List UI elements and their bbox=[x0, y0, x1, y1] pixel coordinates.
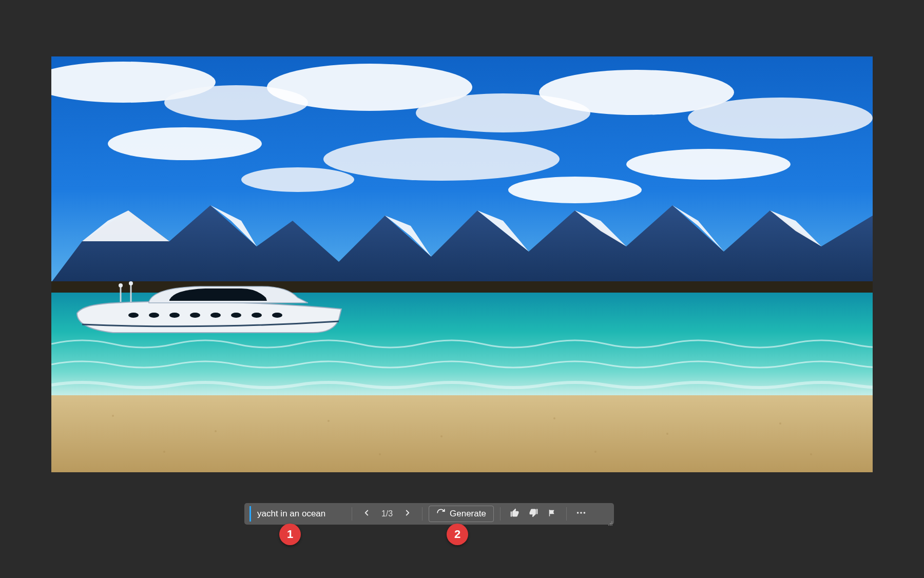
annotation-badge-2: 2 bbox=[447, 524, 468, 545]
prompt-field-wrap bbox=[249, 506, 345, 522]
svg-point-25 bbox=[810, 453, 812, 455]
chevron-right-icon bbox=[403, 508, 412, 520]
svg-point-44 bbox=[610, 523, 611, 524]
svg-point-19 bbox=[553, 417, 555, 419]
generate-button-label: Generate bbox=[450, 509, 486, 519]
chevron-left-icon bbox=[362, 508, 371, 520]
svg-point-27 bbox=[149, 313, 159, 318]
svg-point-29 bbox=[190, 313, 200, 318]
svg-point-20 bbox=[666, 433, 668, 435]
svg-point-46 bbox=[608, 525, 609, 526]
toolbar-resize-handle[interactable] bbox=[608, 518, 613, 524]
svg-point-45 bbox=[610, 525, 611, 526]
svg-point-41 bbox=[611, 522, 612, 523]
flag-icon bbox=[547, 508, 556, 520]
svg-point-38 bbox=[577, 512, 579, 514]
more-options-button[interactable] bbox=[573, 506, 589, 522]
svg-point-15 bbox=[112, 415, 114, 417]
svg-point-31 bbox=[231, 313, 241, 318]
prev-variation-button[interactable] bbox=[358, 506, 375, 522]
thumbs-up-button[interactable] bbox=[507, 506, 523, 522]
svg-point-21 bbox=[779, 422, 781, 425]
svg-point-9 bbox=[626, 149, 791, 180]
svg-point-8 bbox=[323, 138, 560, 181]
separator bbox=[566, 507, 567, 521]
annotation-badge-1: 1 bbox=[279, 524, 301, 545]
svg-point-39 bbox=[580, 512, 582, 514]
prompt-input[interactable] bbox=[256, 508, 345, 519]
pagination-group: 1/3 bbox=[358, 506, 416, 522]
svg-point-22 bbox=[163, 451, 165, 453]
svg-point-36 bbox=[119, 283, 123, 287]
scene-illustration bbox=[51, 56, 873, 472]
svg-point-18 bbox=[440, 435, 442, 437]
thumbs-down-button[interactable] bbox=[525, 506, 542, 522]
svg-point-37 bbox=[129, 281, 133, 285]
svg-point-26 bbox=[128, 313, 139, 318]
thumbs-down-icon bbox=[528, 508, 538, 521]
separator bbox=[352, 507, 352, 521]
svg-point-28 bbox=[169, 313, 180, 318]
generate-button[interactable]: Generate bbox=[429, 506, 494, 522]
separator bbox=[500, 507, 500, 521]
flag-button[interactable] bbox=[544, 506, 560, 522]
svg-point-32 bbox=[252, 313, 262, 318]
next-variation-button[interactable] bbox=[399, 506, 416, 522]
svg-point-17 bbox=[328, 420, 330, 422]
svg-point-43 bbox=[611, 525, 612, 526]
svg-point-10 bbox=[241, 167, 354, 192]
svg-point-42 bbox=[611, 523, 612, 524]
svg-point-30 bbox=[210, 313, 221, 318]
generative-fill-toolbar: 1/3 Generate bbox=[244, 503, 614, 525]
thumbs-up-icon bbox=[510, 508, 520, 521]
separator bbox=[422, 507, 422, 521]
svg-point-40 bbox=[583, 512, 585, 514]
svg-point-7 bbox=[108, 127, 262, 160]
svg-point-33 bbox=[272, 313, 282, 318]
refresh-icon bbox=[436, 508, 446, 520]
variation-counter: 1/3 bbox=[377, 509, 397, 518]
svg-point-16 bbox=[215, 430, 217, 432]
svg-point-24 bbox=[594, 451, 596, 453]
svg-point-11 bbox=[508, 177, 642, 203]
svg-rect-14 bbox=[51, 395, 873, 472]
feedback-group bbox=[507, 506, 560, 522]
generated-image-preview bbox=[51, 56, 873, 472]
svg-point-6 bbox=[688, 98, 873, 139]
more-horizontal-icon bbox=[575, 507, 587, 521]
svg-point-23 bbox=[379, 453, 381, 455]
